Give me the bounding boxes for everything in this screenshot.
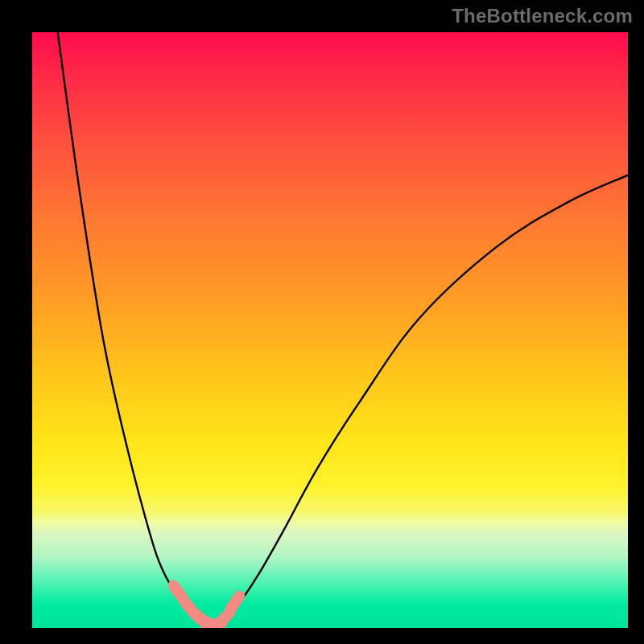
right-branch-curve	[211, 175, 628, 625]
curve-layer	[32, 32, 628, 628]
chart-frame: TheBottleneck.com	[0, 0, 644, 644]
trough-marker	[230, 597, 239, 609]
trough-marker	[173, 586, 183, 599]
trough-markers	[173, 586, 239, 626]
plot-area	[32, 32, 628, 628]
left-branch-curve	[56, 32, 211, 625]
watermark-text: TheBottleneck.com	[452, 5, 633, 27]
